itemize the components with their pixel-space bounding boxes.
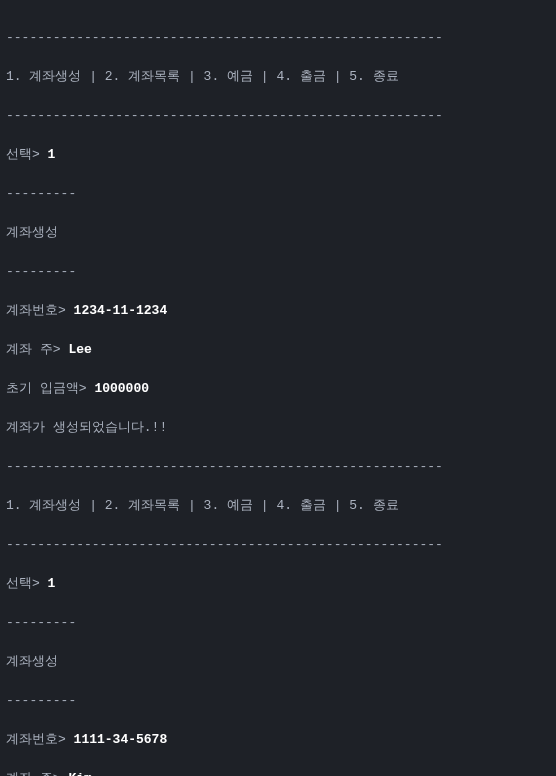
divider: ----------------------------------------… xyxy=(6,535,550,555)
status-message: 계좌가 생성되었습니다.!! xyxy=(6,418,550,438)
section-title: 계좌생성 xyxy=(6,652,550,672)
divider-short: --------- xyxy=(6,184,550,204)
prompt-line: 계좌번호> 1111-34-5678 xyxy=(6,730,550,750)
divider: ----------------------------------------… xyxy=(6,106,550,126)
terminal-output: ----------------------------------------… xyxy=(6,8,550,776)
prompt-line: 초기 입금액> 1000000 xyxy=(6,379,550,399)
section-title: 계좌생성 xyxy=(6,223,550,243)
menu-line: 1. 계좌생성 | 2. 계좌목록 | 3. 예금 | 4. 출금 | 5. 종… xyxy=(6,496,550,516)
divider-short: --------- xyxy=(6,613,550,633)
menu-line: 1. 계좌생성 | 2. 계좌목록 | 3. 예금 | 4. 출금 | 5. 종… xyxy=(6,67,550,87)
select-line: 선택> 1 xyxy=(6,574,550,594)
select-line: 선택> 1 xyxy=(6,145,550,165)
divider-short: --------- xyxy=(6,691,550,711)
divider-short: --------- xyxy=(6,262,550,282)
prompt-line: 계좌 주> Lee xyxy=(6,340,550,360)
divider: ----------------------------------------… xyxy=(6,28,550,48)
prompt-line: 계좌번호> 1234-11-1234 xyxy=(6,301,550,321)
prompt-line: 계좌 주> Kim xyxy=(6,769,550,777)
divider: ----------------------------------------… xyxy=(6,457,550,477)
